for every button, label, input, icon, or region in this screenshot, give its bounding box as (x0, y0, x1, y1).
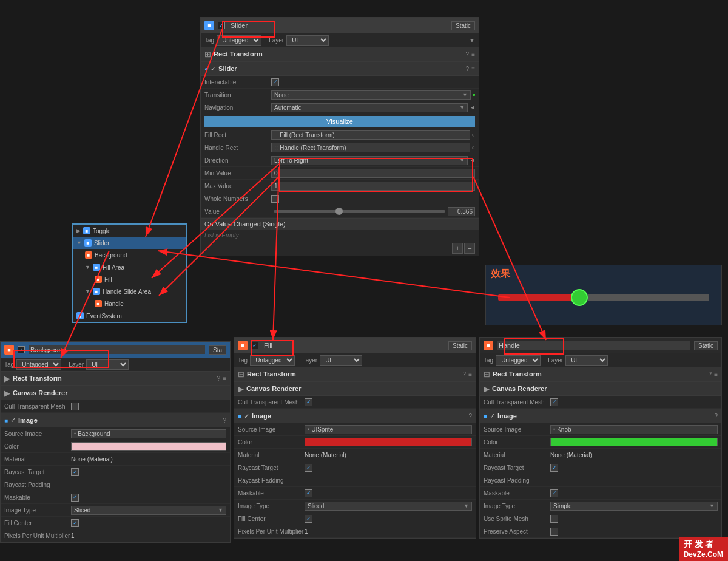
handle-raycast-checkbox[interactable]: ✓ (550, 464, 558, 472)
bg-settings-icon[interactable]: ≡ (223, 375, 226, 382)
value-number-input[interactable] (448, 207, 475, 216)
fill-color-swatch[interactable] (305, 438, 472, 446)
handle-color-label: Color (484, 439, 550, 446)
bg-pixels-value: 1 (71, 532, 226, 539)
handle-use-sprite-checkbox[interactable] (550, 515, 558, 523)
remove-event-button[interactable]: − (464, 243, 475, 254)
handle-layer-select[interactable]: UI (565, 355, 608, 365)
handle-header: ■ Static (480, 338, 721, 353)
handle-color-swatch[interactable] (550, 438, 718, 446)
bg-name-input[interactable] (29, 345, 205, 354)
handle-image-help[interactable]: ? (714, 413, 718, 420)
handle-tag-row: Tag Untagged Layer UI (480, 353, 721, 367)
navigation-dropdown[interactable]: Automatic ▼ (271, 103, 468, 112)
handle-raycast-row: Raycast Target ✓ (480, 461, 721, 474)
fill-source-image-field[interactable]: • UISprite (305, 425, 472, 434)
handle-image-type-dropdown[interactable]: Simple ▼ (550, 501, 718, 511)
fill-tag-select[interactable]: Untagged (250, 355, 295, 365)
fill-image-help[interactable]: ? (468, 413, 472, 420)
bg-static-btn[interactable]: Sta (209, 345, 226, 355)
bg-help-icon[interactable]: ? (217, 375, 221, 382)
slider-active-checkbox[interactable]: ✓ (218, 22, 225, 29)
handle-static-btn[interactable]: Static (694, 341, 718, 350)
fill-image-checkbox[interactable]: ✓ (244, 412, 249, 420)
bg-image-checkbox[interactable]: ✓ (10, 416, 16, 424)
fill-static-btn[interactable]: Static (448, 341, 472, 350)
handle-name-input[interactable] (497, 341, 690, 350)
bg-color-swatch[interactable] (71, 442, 226, 450)
interactable-checkbox[interactable]: ✓ (271, 78, 279, 86)
fill-bottom-panel: ■ ✓ Static Tag Untagged Layer UI ⊞ Rect … (234, 337, 476, 539)
value-slider-track[interactable] (274, 210, 445, 212)
fill-help-icon[interactable]: ? (463, 371, 467, 378)
bg-image-type-dropdown[interactable]: Sliced ▼ (71, 506, 226, 515)
hierarchy-item-background[interactable]: ■ Background (73, 249, 186, 261)
handle-raycast-padding-row: Raycast Padding (480, 474, 721, 487)
bg-image-help[interactable]: ? (223, 417, 226, 424)
fill-image-type-dropdown[interactable]: Sliced ▼ (305, 501, 472, 511)
fill-maskable-checkbox[interactable]: ✓ (305, 489, 312, 497)
hierarchy-item-handle[interactable]: ■ Handle (73, 298, 186, 310)
fill-cull-checkbox[interactable]: ✓ (305, 398, 312, 406)
hierarchy-item-fill[interactable]: ■ Fill (73, 273, 186, 285)
add-event-button[interactable]: + (452, 243, 463, 254)
max-value-row: Max Value (201, 180, 479, 192)
fill-fill-center-checkbox[interactable]: ✓ (305, 515, 312, 523)
fill-image-type-label: Image Type (238, 503, 305, 509)
direction-dropdown[interactable]: Left To Right ▼ (271, 156, 468, 165)
fill-label: Fill (104, 276, 112, 283)
bg-cull-checkbox[interactable] (71, 403, 79, 410)
fill-rect-field[interactable]: :: Fill (Rect Transform) (271, 130, 470, 140)
slider-settings-icon[interactable]: ≡ (471, 66, 475, 72)
min-value-input[interactable] (271, 169, 475, 178)
layer-select[interactable]: UI (286, 35, 329, 46)
slider-name-input[interactable] (229, 21, 448, 30)
slider-component-checkbox[interactable]: ✓ (211, 65, 216, 73)
handle-image-checkbox[interactable]: ✓ (490, 412, 495, 420)
bg-checkbox[interactable]: ✓ (18, 346, 25, 353)
fill-color-row: Color (234, 436, 476, 449)
handle-tag-select[interactable]: Untagged (496, 355, 541, 365)
bg-layer-select[interactable]: UI (86, 359, 129, 370)
hierarchy-item-eventsystem[interactable]: ■ EventSystem (73, 310, 186, 322)
watermark: 开 发 者 DevZe.CoM (679, 537, 728, 561)
bg-maskable-checkbox[interactable]: ✓ (71, 494, 79, 501)
hierarchy-item-handle-slide[interactable]: ▼ ■ Handle Slide Area (73, 285, 186, 298)
fill-cube-icon-h: ■ (238, 341, 248, 350)
handle-help-icon[interactable]: ? (709, 371, 712, 378)
fill-checkbox[interactable]: ✓ (251, 342, 258, 349)
value-slider-thumb[interactable] (335, 208, 343, 215)
handle-material-row: Material None (Material) (480, 449, 721, 461)
handle-maskable-checkbox[interactable]: ✓ (550, 489, 558, 497)
fill-raycast-checkbox[interactable]: ✓ (305, 464, 312, 472)
help-icon[interactable]: ? (466, 51, 470, 58)
bg-raycast-checkbox[interactable]: ✓ (71, 468, 79, 476)
handle-use-sprite-row: Use Sprite Mesh (480, 512, 721, 525)
handle-preserve-aspect-checkbox[interactable] (550, 528, 558, 536)
hierarchy-item-slider[interactable]: ▼ ■ Slider (73, 237, 186, 249)
bg-tag-select[interactable]: Untagged (16, 359, 61, 370)
handle-cull-checkbox[interactable]: ✓ (550, 398, 558, 406)
handle-canvas-expand: ▶ (484, 384, 490, 393)
fill-settings-icon[interactable]: ≡ (468, 371, 472, 378)
hierarchy-item-fill-area[interactable]: ▼ ■ Fill Area (73, 261, 186, 273)
slider-help-icon[interactable]: ? (466, 66, 470, 72)
hierarchy-item-toggle[interactable]: ▶ ■ Toggle (73, 225, 186, 237)
handle-rect-field[interactable]: :: Handle (Rect Transform) (271, 143, 470, 152)
tag-select[interactable]: Untagged (217, 35, 261, 46)
transition-dropdown[interactable]: None ▼ (271, 90, 471, 100)
fill-layer-select[interactable]: UI (320, 355, 362, 365)
whole-numbers-checkbox[interactable] (271, 195, 279, 203)
visualize-button[interactable]: Visualize (204, 116, 475, 127)
slider-static-button[interactable]: Static (451, 21, 475, 30)
max-value-input[interactable] (271, 182, 475, 191)
fill-name-input[interactable] (262, 341, 445, 350)
settings-icon[interactable]: ≡ (471, 51, 475, 58)
bg-fill-center-checkbox[interactable]: ✓ (71, 519, 79, 527)
bg-canvas-renderer: ▶ Canvas Renderer (1, 386, 230, 400)
max-value-label: Max Value (204, 183, 271, 189)
handle-source-image-field[interactable]: • Knob (550, 425, 718, 434)
bg-tag-label: Tag (4, 361, 14, 368)
bg-source-image-field[interactable]: • Background (71, 429, 226, 438)
handle-settings-icon[interactable]: ≡ (714, 371, 718, 378)
